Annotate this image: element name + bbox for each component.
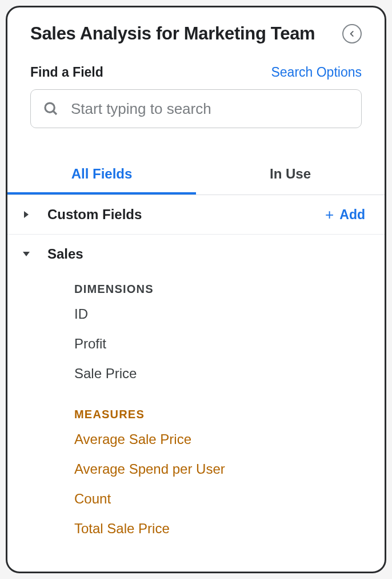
custom-fields-section-header[interactable]: Custom Fields + Add bbox=[7, 195, 385, 235]
add-label: Add bbox=[339, 207, 365, 223]
svg-point-0 bbox=[45, 103, 54, 112]
find-field-label: Find a Field bbox=[30, 65, 103, 80]
search-options-link[interactable]: Search Options bbox=[271, 65, 362, 80]
page-title: Sales Analysis for Marketing Team bbox=[30, 23, 315, 44]
tab-all-fields[interactable]: All Fields bbox=[7, 156, 196, 195]
chevron-left-icon bbox=[348, 30, 356, 38]
dimensions-label: DIMENSIONS bbox=[74, 283, 385, 296]
chevron-down-icon bbox=[22, 251, 30, 257]
custom-fields-title: Custom Fields bbox=[47, 207, 142, 223]
svg-line-1 bbox=[53, 111, 57, 114]
plus-icon: + bbox=[325, 207, 334, 222]
search-header-row: Find a Field Search Options bbox=[30, 65, 362, 80]
field-measure-count[interactable]: Count bbox=[74, 484, 385, 514]
collapse-button[interactable] bbox=[342, 24, 362, 43]
sales-title: Sales bbox=[47, 246, 83, 262]
panel-header: Sales Analysis for Marketing Team bbox=[7, 7, 385, 54]
svg-marker-3 bbox=[23, 252, 30, 256]
tabs: All Fields In Use bbox=[7, 156, 385, 195]
measures-label: MEASURES bbox=[74, 408, 385, 421]
field-measure-total-sale-price[interactable]: Total Sale Price bbox=[74, 514, 385, 544]
field-dimension-sale-price[interactable]: Sale Price bbox=[74, 359, 385, 388]
field-measure-average-spend-per-user[interactable]: Average Spend per User bbox=[74, 454, 385, 484]
tab-in-use[interactable]: In Use bbox=[196, 156, 385, 195]
search-box[interactable] bbox=[30, 89, 362, 128]
svg-marker-2 bbox=[24, 211, 29, 218]
search-icon bbox=[42, 100, 59, 117]
sales-section-header[interactable]: Sales bbox=[7, 235, 385, 267]
field-dimension-profit[interactable]: Profit bbox=[74, 329, 385, 359]
field-picker-panel: Sales Analysis for Marketing Team Find a… bbox=[6, 6, 386, 573]
search-input[interactable] bbox=[71, 100, 350, 118]
search-section: Find a Field Search Options bbox=[7, 54, 385, 128]
field-measure-average-sale-price[interactable]: Average Sale Price bbox=[74, 425, 385, 454]
field-dimension-id[interactable]: ID bbox=[74, 299, 385, 329]
chevron-right-icon bbox=[22, 211, 30, 219]
add-custom-field-button[interactable]: + Add bbox=[325, 207, 365, 223]
